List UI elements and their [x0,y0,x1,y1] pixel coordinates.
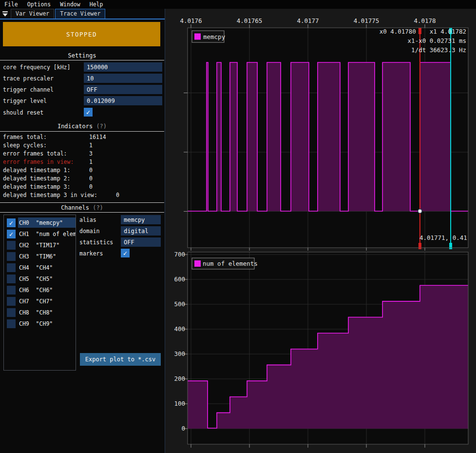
elements-y-tick-label: 200 [174,375,185,382]
channels-title: Channels [61,204,89,211]
channel-row-8[interactable]: CH8 "CH8" [19,308,53,317]
channel-prop-input-alias[interactable] [121,215,161,224]
indicator-label-6: delayed timestamp 3: [3,183,70,190]
trace-legend-label: memcpy [203,33,226,40]
settings-input-1[interactable] [84,74,162,83]
elements-legend-label: num of elements [203,260,258,267]
settings-label-2: trigger channel [3,86,54,93]
elements-y-tick-label: 700 [174,251,185,258]
channel-checkbox-4[interactable] [7,263,16,272]
indicator-label-3: error frames in view: [3,158,74,165]
menu-item-file[interactable]: File [4,1,18,8]
channel-prop-label-alias: alias [79,217,96,223]
tabs: Var ViewerTrace Viewer [11,9,106,19]
plots-svg: 4.01764.017654.01774.017754.0178x0 4.017… [165,9,476,453]
settings-heading: Settings [0,52,164,59]
channel-prop-input-domain[interactable] [121,226,161,236]
channel-row-3[interactable]: CH3 "TIM6" [19,252,56,261]
channel-row-6[interactable]: CH6 "CH6" [19,286,53,295]
divider [0,202,164,203]
channel-checkbox-8[interactable] [7,308,16,317]
channel-prop-label-domain: domain [79,228,100,235]
indicator-label-1: sleep cycles: [3,142,47,149]
settings-input-0[interactable] [84,62,162,72]
channel-list: CH0 "memcpy"CH1 "num of elemCH2 "TIM17"C… [3,215,76,371]
channel-checkbox-9[interactable] [7,319,16,328]
channel-prop-input-statistics[interactable] [121,237,161,247]
indicators-title: Indicators [57,123,93,130]
marker-delta-readout: x1-x0 0.02731 ms [408,37,466,44]
channel-checkbox-2[interactable] [7,241,16,250]
trace-x-tick-label: 4.0178 [414,17,436,24]
channel-checkbox-6[interactable] [7,286,16,295]
channels-heading: Channels (?) [0,204,164,211]
indicator-value-7: 0 [116,192,119,198]
divider [0,212,164,213]
channel-row-1[interactable]: CH1 "num of elem [19,230,76,238]
tab-var-viewer[interactable]: Var Viewer [11,9,54,19]
tab-bar: Var ViewerTrace Viewer [0,9,165,20]
tab-trace-viewer[interactable]: Trace Viewer [55,9,105,19]
channel-row-0[interactable]: CH0 "memcpy" [19,218,63,227]
elements-y-tick-label: 300 [174,350,185,357]
indicators-heading: Indicators (?) [0,123,164,130]
indicators-help-hint[interactable]: (?) [96,123,107,130]
marker-freq-readout: 1/dt 36623.3 Hz [411,46,466,54]
indicator-value-5: 0 [89,175,93,182]
elements-y-tick-label: 600 [174,276,185,283]
channel-checkbox-0[interactable] [7,218,16,227]
channels-help-hint[interactable]: (?) [93,204,103,211]
indicator-label-5: delayed timestamp 2: [3,175,70,182]
marker-x0-readout: x0 4.01780 [380,28,416,35]
channel-checkbox-1[interactable] [7,230,16,238]
plots-panel: 4.01764.017654.01774.017754.0178x0 4.017… [165,9,476,453]
menu-item-help[interactable]: Help [90,1,103,8]
settings-input-2[interactable] [84,85,162,94]
channel-prop-label-statistics: statistics [79,239,113,246]
settings-label-0: core frequency [kHz] [3,64,70,71]
trace-x-tick-label: 4.0177 [297,17,319,24]
channel-row-5[interactable]: CH5 "CH5" [19,275,53,283]
channel-checkbox-7[interactable] [7,297,16,306]
indicator-label-0: frames total: [3,134,47,140]
collapse-tabs-icon[interactable] [1,10,9,18]
trace-x-tick-label: 4.01775 [354,17,380,24]
channel-checkbox-5[interactable] [7,275,16,283]
menu-item-window[interactable]: Window [60,1,80,8]
elements-y-tick-label: 0 [181,425,185,432]
settings-label-3: trigger level [3,98,47,104]
indicator-value-2: 3 [89,150,93,157]
indicator-label-7: delayed timestamp 3 in view: [3,192,97,198]
marker-x1-readout: x1 4.01782 [430,28,466,35]
divider [0,60,164,60]
trace-x-tick-label: 4.01765 [237,17,263,24]
channel-prop-label-markers: markers [79,250,103,257]
trace-legend-swatch [194,34,201,40]
indicator-value-4: 0 [89,167,93,174]
cursor-position-readout: 4.01771, 0.41 [419,234,467,241]
indicator-label-4: delayed timestamp 1: [3,167,70,174]
settings-input-3[interactable] [84,96,162,105]
elements-y-tick-label: 400 [174,325,185,333]
menu-item-options[interactable]: Options [27,1,51,8]
indicator-value-3: 1 [89,158,93,165]
indicator-value-0: 16114 [89,134,106,140]
settings-label-1: trace prescaler [3,75,54,82]
channel-row-7[interactable]: CH7 "CH7" [19,297,53,306]
channel-row-4[interactable]: CH4 "CH4" [19,263,53,272]
settings-label-should-reset: should reset [3,109,43,116]
divider [0,131,164,132]
trace-viewer-window: FileOptionsWindowHelp Var ViewerTrace Vi… [0,0,476,453]
export-csv-button[interactable]: Export plot to *.csv [80,353,161,366]
should-reset-checkbox[interactable] [84,108,93,117]
channel-row-2[interactable]: CH2 "TIM17" [19,241,59,250]
channel-checkbox-3[interactable] [7,252,16,261]
markers-checkbox[interactable] [121,249,130,257]
status-stopped-button[interactable]: STOPPED [3,22,160,46]
channel-row-9[interactable]: CH9 "CH9" [19,319,53,328]
elements-legend-swatch [194,260,201,267]
indicator-value-1: 1 [89,142,93,149]
menu-bar: FileOptionsWindowHelp [0,0,476,9]
elements-y-tick-label: 500 [174,300,185,308]
indicator-label-2: error frames total: [3,150,67,157]
